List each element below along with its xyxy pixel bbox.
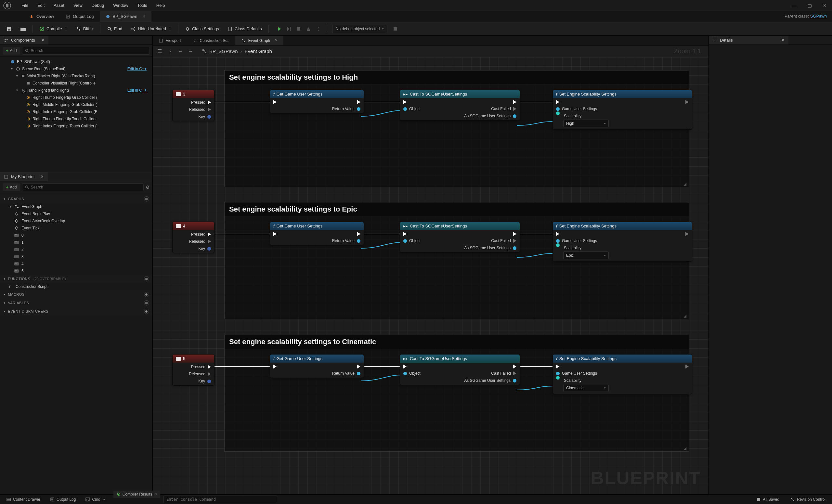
component-tree-item[interactable]: Right Index Fingertip Touch Collider (: [0, 123, 152, 130]
breadcrumb-item[interactable]: BP_SGPawn: [209, 48, 238, 54]
graph-sub-item[interactable]: 4: [0, 260, 152, 267]
graph-sub-item[interactable]: 1: [0, 239, 152, 246]
graph-sub-item[interactable]: Event ActorBeginOverlap: [0, 217, 152, 224]
center-tab-event-graph[interactable]: Event Graph✕: [235, 36, 283, 45]
component-tree-item[interactable]: ▼Hand Right (HandRight)Edit in C++: [0, 87, 152, 94]
category-header[interactable]: ▼MACROS⊕: [0, 290, 152, 299]
menu-debug[interactable]: Debug: [87, 1, 108, 10]
compile-button[interactable]: Compile⋮: [36, 24, 71, 33]
class-defaults-button[interactable]: Class Defaults: [224, 24, 265, 33]
cast-to-node[interactable]: ▸▸Cast To SGGameUserSettingsObjectCast F…: [400, 354, 520, 385]
play-button[interactable]: [275, 24, 284, 33]
menu-tools[interactable]: Tools: [133, 1, 152, 10]
component-tree-item[interactable]: Right Middle Fingertip Grab Collider (: [0, 101, 152, 108]
menu-help[interactable]: Help: [152, 1, 170, 10]
file-tab-output-log[interactable]: Output Log: [60, 11, 100, 22]
eject-button[interactable]: [304, 24, 313, 33]
close-icon[interactable]: ✕: [142, 14, 146, 19]
components-search[interactable]: [22, 47, 150, 55]
maximize-button[interactable]: ▢: [805, 2, 814, 9]
find-button[interactable]: Find: [104, 24, 126, 33]
scalability-dropdown[interactable]: Epic▾: [563, 251, 609, 259]
graph-canvas[interactable]: BLUEPRINT Set engine scalability setting…: [153, 57, 708, 494]
menu-window[interactable]: Window: [108, 1, 133, 10]
browse-button[interactable]: [17, 24, 29, 33]
get-game-user-settings-node[interactable]: fGet Game User SettingsReturn Value: [270, 221, 364, 245]
debug-object-select[interactable]: No debug object selected▾: [332, 25, 387, 33]
debug-filter-button[interactable]: [389, 24, 401, 33]
add-icon[interactable]: ⊕: [144, 300, 149, 306]
scalability-dropdown[interactable]: High▾: [563, 120, 609, 127]
close-button[interactable]: ✕: [820, 2, 829, 9]
cmd-button[interactable]: Cmd▾: [82, 496, 108, 503]
revision-control-button[interactable]: Revision Control: [787, 496, 829, 503]
component-tree-item[interactable]: ▼Wrist Tracker Right (WristTrackerRight): [0, 73, 152, 80]
close-icon[interactable]: ✕: [781, 38, 784, 43]
all-saved-button[interactable]: All Saved: [753, 496, 783, 503]
resize-handle-icon[interactable]: ◢: [683, 446, 688, 451]
blueprint-search-input[interactable]: [31, 185, 141, 189]
graph-sub-item[interactable]: 5: [0, 267, 152, 274]
cast-to-node[interactable]: ▸▸Cast To SGGameUserSettingsObjectCast F…: [400, 221, 520, 253]
component-tree-item[interactable]: ▼Scene Root (SceneRoot)Edit in C++: [0, 65, 152, 73]
set-engine-scalability-node[interactable]: fSet Engine Scalability SettingsGame Use…: [552, 354, 692, 394]
scalability-dropdown[interactable]: Cinematic▾: [563, 384, 609, 392]
graph-sub-item[interactable]: 2: [0, 246, 152, 253]
compiler-results-tab[interactable]: Compiler Results ✕: [113, 491, 160, 498]
edit-in-cpp-link[interactable]: Edit in C++: [127, 88, 149, 92]
parent-class-link[interactable]: SGPawn: [810, 14, 827, 19]
graph-sub-item[interactable]: Event BeginPlay: [0, 210, 152, 217]
component-tree-item[interactable]: Controller Visualizer Right (Controlle: [0, 80, 152, 87]
gear-icon[interactable]: ⚙: [146, 185, 150, 190]
console-command-input[interactable]: [163, 496, 277, 503]
output-log-button[interactable]: Output Log: [47, 496, 79, 503]
file-tab-overview[interactable]: Overview: [23, 11, 60, 22]
add-icon[interactable]: ⊕: [144, 309, 149, 314]
graph-sub-item[interactable]: 0: [0, 232, 152, 239]
category-header[interactable]: ▼FUNCTIONS(29 OVERRIDABLE)⊕: [0, 274, 152, 283]
history-button[interactable]: ☰: [156, 48, 163, 55]
component-tree-item[interactable]: BP_SGPawn (Self): [0, 58, 152, 65]
close-icon[interactable]: ✕: [40, 174, 44, 179]
menu-file[interactable]: File: [17, 1, 33, 10]
resize-handle-icon[interactable]: ◢: [683, 314, 688, 318]
add-icon[interactable]: ⊕: [144, 276, 149, 282]
graph-sub-item[interactable]: 3: [0, 253, 152, 260]
input-key-node[interactable]: 3PressedReleasedKey: [172, 90, 214, 121]
forward-button[interactable]: →: [187, 48, 194, 55]
input-key-node[interactable]: 4PressedReleasedKey: [172, 221, 214, 253]
graph-item[interactable]: ▼EventGraph: [0, 203, 152, 210]
class-settings-button[interactable]: Class Settings: [182, 24, 222, 33]
chevron-down-icon[interactable]: ▾: [166, 48, 174, 55]
function-item[interactable]: fConstructionScript: [0, 283, 152, 290]
save-button[interactable]: [3, 24, 15, 33]
minimize-button[interactable]: —: [789, 2, 799, 9]
back-button[interactable]: ←: [177, 48, 184, 55]
edit-in-cpp-link[interactable]: Edit in C++: [127, 67, 149, 71]
center-tab-viewport[interactable]: Viewport: [153, 36, 186, 45]
blueprint-search[interactable]: [22, 183, 144, 191]
file-tab-bp_sgpawn[interactable]: BP_SGPawn✕: [100, 11, 152, 22]
play-options-button[interactable]: ⋮: [314, 24, 323, 33]
add-blueprint-button[interactable]: +Add: [3, 183, 20, 191]
menu-view[interactable]: View: [69, 1, 87, 10]
center-tab-construction-sc-[interactable]: fConstruction Sc..: [186, 36, 235, 45]
add-icon[interactable]: ⊕: [144, 292, 149, 297]
input-key-node[interactable]: 5PressedReleasedKey: [172, 354, 214, 386]
diff-button[interactable]: Diff▾: [73, 24, 97, 33]
content-drawer-button[interactable]: Content Drawer: [3, 496, 44, 503]
set-engine-scalability-node[interactable]: fSet Engine Scalability SettingsGame Use…: [552, 90, 692, 130]
add-icon[interactable]: ⊕: [144, 196, 149, 202]
get-game-user-settings-node[interactable]: fGet Game User SettingsReturn Value: [270, 90, 364, 113]
resize-handle-icon[interactable]: ◢: [683, 182, 688, 186]
category-header[interactable]: ▼VARIABLES⊕: [0, 299, 152, 307]
component-tree-item[interactable]: Right Thumb Fingertip Touch Collider: [0, 115, 152, 123]
graph-sub-item[interactable]: Event Tick: [0, 224, 152, 232]
category-header[interactable]: ▼EVENT DISPATCHERS⊕: [0, 307, 152, 316]
category-header[interactable]: ▼GRAPHS⊕: [0, 195, 152, 203]
breadcrumb-item[interactable]: Event Graph: [245, 48, 272, 54]
get-game-user-settings-node[interactable]: fGet Game User SettingsReturn Value: [270, 354, 364, 378]
cast-to-node[interactable]: ▸▸Cast To SGGameUserSettingsObjectCast F…: [400, 90, 520, 121]
add-component-button[interactable]: +Add: [3, 47, 20, 55]
set-engine-scalability-node[interactable]: fSet Engine Scalability SettingsGame Use…: [552, 221, 692, 262]
